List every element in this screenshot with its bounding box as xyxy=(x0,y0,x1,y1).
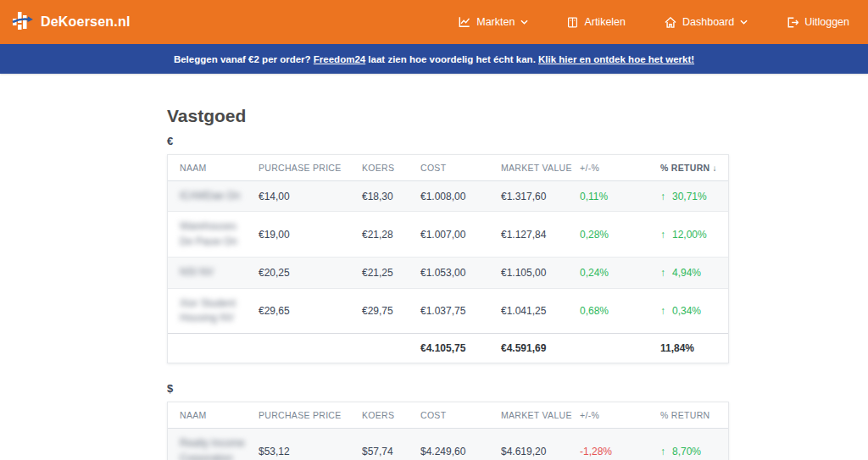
banner-text: Beleggen vanaf €2 per order? xyxy=(174,54,314,64)
up-arrow-icon: ↑ xyxy=(660,446,665,457)
col-header-naam[interactable]: NAAM xyxy=(168,402,252,429)
top-navbar: DeKoersen.nl Markten Artikelen xyxy=(0,0,868,44)
up-arrow-icon: ↑ xyxy=(660,305,665,317)
logo-bars-icon xyxy=(12,9,34,35)
nav-label: Dashboard xyxy=(682,16,734,28)
col-header-market-value[interactable]: MARKET VALUE xyxy=(494,155,573,181)
koers: €21,28 xyxy=(355,212,414,258)
currency-label-usd: $ xyxy=(167,382,729,395)
col-header-purchase-price[interactable]: PURCHASE PRICE xyxy=(252,402,355,429)
main-nav: Markten Artikelen Dashboard xyxy=(459,16,849,28)
table-row: ICAMDae On €14,00 €18,30 €1.008,00 €1.31… xyxy=(168,181,728,212)
change-pct: 0,28% xyxy=(573,212,654,258)
purchase-price: €20,25 xyxy=(252,258,355,288)
cost: $4.249,60 xyxy=(414,429,494,460)
chart-line-icon xyxy=(459,16,470,28)
book-icon xyxy=(567,17,578,28)
change-pct: 0,11% xyxy=(573,181,654,212)
return-pct: ↑4,94% xyxy=(654,258,728,288)
logo-text: DeKoersen.nl xyxy=(41,14,131,30)
purchase-price: €14,00 xyxy=(252,181,355,212)
up-arrow-icon: ↑ xyxy=(660,229,665,241)
cost: €1.053,00 xyxy=(414,258,494,288)
table-row: NSI NV €20,25 €21,25 €1.053,00 €1.105,00… xyxy=(168,258,728,288)
koers: €21,25 xyxy=(355,258,414,288)
return-pct: ↑30,71% xyxy=(654,181,728,212)
logo[interactable]: DeKoersen.nl xyxy=(12,9,131,35)
cost: €1.007,00 xyxy=(414,212,494,258)
nav-label: Artikelen xyxy=(584,16,626,28)
col-header-koers[interactable]: KOERS xyxy=(355,402,414,429)
change-pct: -1,28% xyxy=(573,429,654,460)
market-value: $4.619,20 xyxy=(494,429,573,460)
table-header-row: NAAM PURCHASE PRICE KOERS COST MARKET VA… xyxy=(168,402,728,429)
home-icon xyxy=(665,17,676,28)
table-row: Warehouses De Pauw On €19,00 €21,28 €1.0… xyxy=(168,212,728,258)
purchase-price: $53,12 xyxy=(252,429,355,460)
return-pct: ↑0,34% xyxy=(654,288,728,334)
nav-item-uitloggen[interactable]: Uitloggen xyxy=(787,16,849,28)
page-title: Vastgoed xyxy=(167,106,729,126)
promo-banner: Beleggen vanaf €2 per order? Freedom24 l… xyxy=(0,44,868,74)
col-header-cost[interactable]: COST xyxy=(414,155,494,181)
up-arrow-icon: ↑ xyxy=(660,267,665,279)
col-header-cost[interactable]: COST xyxy=(414,402,494,429)
col-header-change[interactable]: +/-% xyxy=(573,402,654,429)
chevron-down-icon xyxy=(520,19,528,25)
return-pct: ↑8,70% xyxy=(654,429,728,460)
cost: €1.037,75 xyxy=(414,288,494,334)
market-value: €1.041,25 xyxy=(494,288,573,334)
col-header-purchase-price[interactable]: PURCHASE PRICE xyxy=(252,155,355,181)
market-value: €1.127,84 xyxy=(494,212,573,258)
stock-name[interactable]: Realty Income Corporation xyxy=(168,429,252,460)
col-header-return[interactable]: % RETURN xyxy=(654,402,728,429)
koers: $57,74 xyxy=(355,429,414,460)
banner-text: laat zien hoe voordelig het écht kan. xyxy=(365,54,538,64)
table-row: Xior Student Housing NV €29,65 €29,75 €1… xyxy=(168,288,728,334)
col-header-return[interactable]: % RETURN↓ xyxy=(654,155,728,181)
totals-row: €4.105,75 €4.591,69 11,84% xyxy=(168,334,728,363)
return-pct: ↑12,00% xyxy=(654,212,728,258)
col-header-change[interactable]: +/-% xyxy=(573,155,654,181)
nav-label: Uitloggen xyxy=(804,16,849,28)
col-header-naam[interactable]: NAAM xyxy=(168,155,252,181)
portfolio-table-eur: NAAM PURCHASE PRICE KOERS COST MARKET VA… xyxy=(167,154,729,363)
stock-name[interactable]: NSI NV xyxy=(168,258,252,288)
chevron-down-icon xyxy=(740,19,748,25)
portfolio-table-usd: NAAM PURCHASE PRICE KOERS COST MARKET VA… xyxy=(167,402,729,460)
purchase-price: €29,65 xyxy=(252,288,355,334)
nav-item-dashboard[interactable]: Dashboard xyxy=(665,16,748,28)
market-value: €1.317,60 xyxy=(494,181,573,212)
sort-desc-icon: ↓ xyxy=(712,163,716,173)
up-arrow-icon: ↑ xyxy=(660,191,665,202)
total-return: 11,84% xyxy=(654,334,728,363)
purchase-price: €19,00 xyxy=(252,212,355,258)
koers: €18,30 xyxy=(355,181,414,212)
col-header-koers[interactable]: KOERS xyxy=(355,155,414,181)
total-cost: €4.105,75 xyxy=(414,334,494,363)
stock-name[interactable]: Xior Student Housing NV xyxy=(168,288,252,334)
stock-name[interactable]: Warehouses De Pauw On xyxy=(168,212,252,258)
stock-name[interactable]: ICAMDae On xyxy=(168,181,252,212)
table-row: Realty Income Corporation $53,12 $57,74 … xyxy=(168,429,728,460)
nav-item-markten[interactable]: Markten xyxy=(459,16,528,28)
logout-icon xyxy=(787,17,798,28)
total-market-value: €4.591,69 xyxy=(494,334,573,363)
koers: €29,75 xyxy=(355,288,414,334)
main-content: Vastgoed € NAAM PURCHASE PRICE KOERS COS… xyxy=(167,106,729,460)
col-header-market-value[interactable]: MARKET VALUE xyxy=(494,402,573,429)
change-pct: 0,24% xyxy=(573,258,654,288)
nav-item-artikelen[interactable]: Artikelen xyxy=(567,16,626,28)
nav-label: Markten xyxy=(476,16,515,28)
banner-link-freedom24[interactable]: Freedom24 xyxy=(314,54,365,64)
change-pct: 0,68% xyxy=(573,288,654,334)
cost: €1.008,00 xyxy=(414,181,494,212)
currency-label-eur: € xyxy=(167,135,729,147)
market-value: €1.105,00 xyxy=(494,258,573,288)
table-header-row: NAAM PURCHASE PRICE KOERS COST MARKET VA… xyxy=(168,155,728,181)
banner-link-klik-hier[interactable]: Klik hier en ontdek hoe het werkt! xyxy=(538,54,694,64)
